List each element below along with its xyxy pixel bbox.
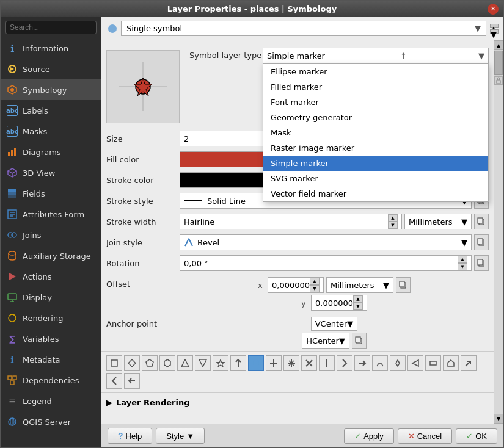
sidebar-item-display[interactable]: Display — [1, 287, 101, 308]
shape-rhombus-btn[interactable] — [390, 355, 406, 371]
symtype-raster-image-marker[interactable]: Raster image marker — [263, 140, 488, 156]
scroll-down-button[interactable]: ▼ — [494, 414, 503, 424]
symtype-vector-field-marker[interactable]: Vector field marker — [263, 186, 488, 201]
symtype-ellipse-marker[interactable]: Ellipse marker — [263, 64, 488, 79]
symbol-form: Symbol layer type Simple marker ↑ ▼ Elli… — [184, 45, 494, 128]
offset-x-up-btn[interactable]: ▲ — [310, 278, 320, 285]
anchor-copy-btn[interactable] — [352, 333, 367, 349]
join-style-value: Bevel — [197, 238, 219, 247]
offset-x-spinbox[interactable]: 0,000000 ▲ ▼ — [268, 277, 324, 293]
shape-pent-btn[interactable] — [443, 355, 459, 371]
shape-square-btn[interactable] — [106, 355, 122, 371]
rotation-spinbox[interactable]: 0,00 ° ▲ ▼ — [180, 255, 472, 271]
rotation-up-btn[interactable]: ▲ — [458, 256, 467, 263]
symtype-geometry-generator[interactable]: Geometry generator — [263, 110, 488, 125]
symtype-font-marker[interactable]: Font marker — [263, 95, 488, 110]
symtype-svg-marker[interactable]: SVG marker — [263, 171, 488, 186]
shape-arc-btn[interactable] — [372, 355, 388, 371]
stroke-width-down-btn[interactable]: ▼ — [388, 222, 398, 229]
layer-rendering-header[interactable]: ▶ Layer Rendering — [106, 396, 489, 410]
anchor-vcenter-dropdown[interactable]: VCenter ▼ — [311, 317, 358, 331]
shape-cross-fill-btn[interactable] — [283, 355, 299, 371]
style-button[interactable]: Style ▼ — [156, 428, 205, 444]
svg-marker-58 — [181, 359, 189, 367]
shape-triangle-btn[interactable] — [177, 355, 193, 371]
sidebar-item-information[interactable]: ℹ Information — [1, 38, 101, 59]
offset-x-down-btn[interactable]: ▼ — [310, 285, 320, 292]
shape-circle-btn[interactable] — [248, 355, 264, 371]
cancel-button[interactable]: ✕ Cancel — [398, 428, 452, 444]
stroke-width-up-btn[interactable]: ▲ — [388, 214, 398, 222]
scroll-up-btn[interactable]: ▲ — [490, 24, 499, 28]
symtype-filled-marker[interactable]: Filled marker — [263, 79, 488, 95]
stroke-width-spinbox[interactable]: Hairline ▲ ▼ — [180, 214, 402, 229]
sidebar-item-masks[interactable]: abc Masks — [1, 121, 101, 142]
sidebar-item-symbology[interactable]: Symbology — [1, 79, 101, 100]
sidebar-item-diagrams[interactable]: Diagrams — [1, 142, 101, 162]
ok-button[interactable]: ✓ OK — [456, 428, 497, 444]
shape-larrow-btn[interactable] — [124, 373, 140, 389]
sidebar-item-label: Fields — [23, 189, 45, 198]
apply-button[interactable]: ✓ Apply — [344, 428, 394, 444]
shape-vline-btn[interactable] — [319, 355, 335, 371]
shape-cross-btn[interactable] — [266, 355, 282, 371]
svg-marker-56 — [146, 359, 153, 366]
sidebar-item-joins[interactable]: Joins — [1, 225, 101, 245]
sidebar-item-labels[interactable]: abc Labels — [1, 100, 101, 121]
sidebar-item-rendering[interactable]: Rendering — [1, 308, 101, 328]
sidebar-item-variables[interactable]: ∑ Variables — [1, 328, 101, 349]
sidebar-item-actions[interactable]: Actions — [1, 266, 101, 287]
sidebar-item-3dview[interactable]: 3D View — [1, 162, 101, 183]
shape-rangle-btn[interactable] — [337, 355, 352, 371]
scroll-up-button[interactable]: ▲ — [494, 40, 503, 50]
sidebar-item-qgis-server[interactable]: QGIS Server — [1, 411, 101, 432]
sidebar-item-attributes-form[interactable]: Attributes Form — [1, 204, 101, 225]
sidebar-item-metadata[interactable]: ℹ Metadata — [1, 349, 101, 370]
shape-rarrow-btn[interactable] — [354, 355, 370, 371]
sidebar-item-label: Masks — [23, 127, 47, 136]
shape-hexagon-btn[interactable] — [159, 355, 175, 371]
sidebar-item-source[interactable]: Source — [1, 59, 101, 79]
shape-pentagon-btn[interactable] — [142, 355, 158, 371]
stroke-width-unit-dropdown[interactable]: Millimeters ▼ — [404, 214, 472, 229]
svg-rect-53 — [356, 337, 360, 342]
svg-marker-74 — [448, 360, 454, 366]
symtype-simple-marker[interactable]: Simple marker — [263, 156, 488, 171]
offset-unit-dropdown[interactable]: Millimeters ▼ — [326, 277, 393, 293]
join-style-copy-btn[interactable] — [474, 234, 489, 250]
svg-rect-51 — [400, 281, 404, 287]
dependencies-icon — [7, 375, 18, 386]
offset-copy-btn[interactable] — [396, 277, 411, 293]
help-button[interactable]: ? Help — [108, 428, 152, 444]
shape-rect2-btn[interactable] — [425, 355, 441, 371]
rotation-label: Rotation — [106, 259, 180, 268]
shape-x-btn[interactable] — [301, 355, 317, 371]
search-input[interactable] — [5, 21, 97, 34]
sidebar-item-auxiliary-storage[interactable]: Auxiliary Storage — [1, 245, 101, 266]
scroll-thumb[interactable] — [494, 51, 503, 75]
shape-triangle-down-btn[interactable] — [195, 355, 211, 371]
shape-diamond-btn[interactable] — [124, 355, 140, 371]
sidebar-item-dependencies[interactable]: Dependencies — [1, 370, 101, 391]
offset-y-spinbox[interactable]: 0,000000 ▲ ▼ — [311, 295, 367, 311]
offset-y-up-btn[interactable]: ▲ — [353, 295, 363, 303]
sidebar-item-legend[interactable]: ≡ Legend — [1, 391, 101, 411]
sidebar-item-label: Information — [23, 44, 68, 53]
shape-triangle-left-btn[interactable] — [407, 355, 423, 371]
join-style-dropdown[interactable]: Bevel ▼ — [180, 234, 472, 250]
scroll-down-btn[interactable]: ▼ — [490, 29, 499, 34]
shape-star-btn[interactable] — [213, 355, 228, 371]
sidebar-item-fields[interactable]: Fields — [1, 183, 101, 204]
stroke-width-copy-btn[interactable] — [474, 214, 489, 229]
shape-arrow-btn[interactable] — [461, 355, 477, 371]
rotation-copy-btn[interactable] — [474, 255, 489, 271]
symbol-layer-type-dropdown[interactable]: Simple marker ↑ ▼ — [263, 48, 489, 63]
shape-langle-btn[interactable] — [106, 373, 122, 389]
shape-arrow-up-btn[interactable] — [230, 355, 246, 371]
rotation-down-btn[interactable]: ▼ — [458, 263, 467, 270]
anchor-hcenter-dropdown[interactable]: HCenter ▼ — [302, 333, 349, 349]
close-button[interactable]: ✕ — [488, 4, 499, 15]
symbology-type-dropdown[interactable]: Single symbol ▼ — [121, 21, 486, 36]
symtype-mask[interactable]: Mask — [263, 125, 488, 140]
offset-y-down-btn[interactable]: ▼ — [353, 303, 363, 310]
